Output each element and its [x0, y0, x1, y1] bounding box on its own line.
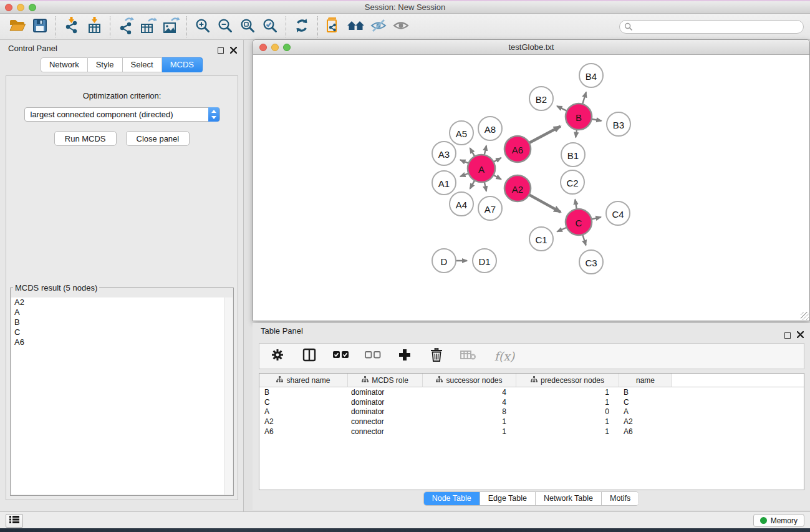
close-table-panel-icon[interactable] [797, 327, 804, 344]
delete-columns-button[interactable] [428, 348, 445, 364]
tab-edge-table[interactable]: Edge Table [480, 492, 536, 505]
table-row[interactable]: A2connector11A2 [259, 417, 804, 427]
resize-grip[interactable] [801, 312, 809, 320]
node-C2[interactable]: C2 [561, 170, 584, 194]
table-row[interactable]: Adominator80A [259, 407, 804, 417]
column-header-successor-nodes[interactable]: successor nodes [423, 374, 516, 387]
table-row[interactable]: Bdominator41B [259, 387, 804, 397]
tab-mcds[interactable]: MCDS [162, 57, 203, 72]
node-A1[interactable]: A1 [432, 171, 456, 195]
tab-network-table[interactable]: Network Table [536, 492, 602, 505]
tab-motifs[interactable]: Motifs [602, 492, 639, 505]
column-header-mcds-role[interactable]: MCDS role [348, 374, 423, 387]
node-B[interactable]: B [566, 104, 592, 130]
toolbar-separator [317, 16, 318, 37]
close-panel-icon[interactable] [230, 45, 237, 56]
node-B2[interactable]: B2 [529, 87, 553, 110]
export-table-button[interactable] [137, 16, 160, 38]
select-all-columns-button[interactable] [333, 348, 349, 364]
save-session-button[interactable] [29, 16, 51, 38]
unselect-all-columns-button[interactable] [365, 348, 381, 364]
result-item[interactable]: B [11, 317, 233, 327]
tab-node-table[interactable]: Node Table [424, 492, 480, 505]
close-panel-button[interactable]: Close panel [126, 131, 190, 146]
close-network-button[interactable] [259, 44, 267, 51]
zoom-fit-icon [239, 17, 256, 36]
column-header-shared-name[interactable]: shared name [259, 374, 348, 387]
criterion-select[interactable]: largest connected component (directed) [24, 107, 220, 122]
column-header-predecessor-nodes[interactable]: predecessor nodes [516, 374, 619, 387]
memory-button[interactable]: Memory [753, 514, 804, 527]
minimize-network-button[interactable] [271, 44, 279, 51]
tab-style[interactable]: Style [88, 57, 123, 72]
tab-select[interactable]: Select [123, 57, 162, 72]
node-B3[interactable]: B3 [607, 112, 630, 136]
maximize-window-button[interactable] [29, 4, 36, 11]
import-network-button[interactable] [60, 16, 83, 38]
network-canvas[interactable]: B4B2BB3B1A5A8A6A3AA1C2A4A7A2C4CC1C3DD1 [253, 55, 809, 321]
result-scrollbar[interactable] [224, 297, 233, 495]
node-C4[interactable]: C4 [606, 201, 630, 225]
node-D1[interactable]: D1 [473, 249, 496, 273]
node-A2[interactable]: A2 [504, 175, 531, 201]
result-item[interactable]: A6 [11, 337, 233, 347]
search-input[interactable] [619, 20, 804, 34]
cytoscape-app: Session: New Session [0, 0, 810, 532]
node-A5[interactable]: A5 [450, 121, 473, 145]
float-panel-icon[interactable] [218, 47, 224, 54]
network-window-titlebar[interactable]: testGlobe.txt [253, 40, 809, 55]
fx-icon: f(x) [494, 349, 515, 363]
svg-text:B1: B1 [567, 150, 579, 161]
result-item[interactable]: A2 [11, 297, 233, 307]
network-window-title: testGlobe.txt [253, 40, 809, 54]
zoom-in-button[interactable] [191, 16, 214, 38]
import-table-button[interactable] [83, 16, 105, 38]
node-A6[interactable]: A6 [504, 136, 531, 162]
delete-table-button[interactable] [460, 348, 476, 364]
show-columns-button[interactable] [301, 348, 317, 364]
node-C[interactable]: C [566, 209, 592, 235]
header-filler [672, 374, 804, 387]
tab-network[interactable]: Network [41, 57, 88, 72]
node-C1[interactable]: C1 [529, 227, 553, 251]
node-B4[interactable]: B4 [579, 64, 603, 87]
show-graphics-details-button[interactable] [390, 16, 412, 38]
node-A3[interactable]: A3 [432, 142, 456, 165]
task-history-button[interactable] [6, 514, 23, 528]
node-A[interactable]: A [468, 155, 495, 182]
node-D[interactable]: D [432, 249, 456, 273]
result-item[interactable]: C [11, 327, 233, 337]
table-settings-button[interactable] [269, 348, 286, 364]
table-row[interactable]: A6connector11A6 [259, 427, 804, 437]
create-column-button[interactable] [397, 348, 413, 364]
node-B1[interactable]: B1 [561, 143, 585, 167]
zoom-out-button[interactable] [214, 16, 236, 38]
result-item[interactable]: A [11, 307, 233, 317]
table-toolbar: f(x) [259, 343, 804, 369]
refresh-button[interactable] [291, 16, 313, 38]
maximize-network-button[interactable] [283, 44, 291, 51]
hide-graphics-details-button[interactable] [367, 16, 390, 38]
node-C3[interactable]: C3 [579, 250, 603, 274]
column-header-name[interactable]: name [619, 374, 672, 387]
close-window-button[interactable] [5, 4, 12, 11]
first-neighbors-button[interactable] [345, 16, 367, 38]
mcds-result-box: MCDS result (5 nodes) A2ABCA6 [10, 283, 234, 496]
new-network-from-selection-button[interactable] [322, 16, 345, 38]
export-network-button[interactable] [115, 16, 137, 38]
zoom-selected-button[interactable] [259, 16, 281, 38]
function-builder-button[interactable]: f(x) [492, 348, 517, 364]
open-session-button[interactable] [6, 16, 29, 38]
node-A7[interactable]: A7 [478, 196, 502, 220]
minimize-window-button[interactable] [17, 4, 24, 11]
node-A4[interactable]: A4 [450, 192, 473, 216]
table-row[interactable]: Cdominator41C [259, 397, 804, 407]
main-toolbar [0, 14, 810, 40]
export-image-button[interactable] [160, 16, 182, 38]
toolbar-separator [55, 16, 56, 37]
float-table-panel-icon[interactable] [784, 332, 791, 339]
run-mcds-button[interactable]: Run MCDS [54, 131, 117, 146]
svg-text:B: B [576, 112, 582, 123]
zoom-fit-button[interactable] [236, 16, 259, 38]
node-A8[interactable]: A8 [478, 117, 502, 140]
